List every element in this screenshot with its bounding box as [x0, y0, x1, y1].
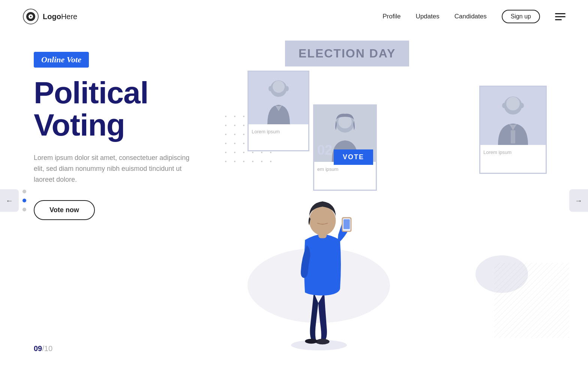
logo-text: LogoHere	[43, 12, 77, 21]
dot-3[interactable]	[22, 208, 26, 211]
svg-point-8	[268, 86, 272, 91]
svg-point-18	[315, 339, 329, 344]
hero-description: Lorem ipsum dolor sit amet, consectetuer…	[34, 152, 195, 185]
diagonal-pattern	[494, 263, 569, 338]
arrow-right-icon: →	[575, 196, 582, 205]
navbar: LogoHere Profile Updates Candidates Sign…	[0, 0, 588, 33]
election-day-text: ELECTION DAY	[298, 47, 396, 60]
svg-point-24	[309, 206, 336, 235]
svg-rect-16	[511, 130, 515, 143]
candidate-3-number: 03	[483, 124, 498, 140]
svg-point-14	[502, 103, 506, 108]
next-arrow[interactable]: →	[569, 189, 588, 212]
vote-now-button[interactable]: Vote now	[34, 200, 95, 220]
left-panel: Online Vote Political Voting Lorem ipsum…	[0, 33, 218, 368]
svg-point-13	[506, 97, 520, 110]
svg-point-15	[520, 103, 524, 108]
page-indicator: 09/10	[34, 344, 52, 353]
svg-rect-22	[344, 219, 350, 229]
signup-button[interactable]: Sign up	[502, 10, 540, 23]
svg-point-7	[273, 81, 285, 93]
candidate-card-3: 03 Lorem ipsum	[479, 86, 547, 174]
logo[interactable]: LogoHere	[22, 8, 77, 25]
nav-links: Profile Updates Candidates Sign up	[382, 10, 566, 23]
nav-updates[interactable]: Updates	[416, 13, 439, 20]
vote-overlay-button[interactable]: VOTE	[334, 149, 373, 165]
right-panel: ELECTION DAY 01	[218, 33, 588, 368]
candidate-2-number: 02	[317, 142, 332, 158]
person-figure	[270, 165, 375, 357]
main-content: ← Online Vote Political Voting Lorem ips…	[0, 33, 588, 368]
candidate-1-label: Lorem ipsum	[252, 129, 305, 134]
candidate-card-1: 01 Lorem ipsum	[248, 71, 309, 151]
hamburger-menu-icon[interactable]	[555, 13, 566, 20]
online-vote-badge: Online Vote	[34, 52, 89, 68]
svg-point-19	[305, 339, 318, 344]
candidate-1-number: 01	[252, 106, 267, 121]
hero-title: Political Voting	[34, 77, 218, 141]
slide-dots	[22, 190, 26, 211]
nav-profile[interactable]: Profile	[382, 13, 400, 20]
svg-point-9	[285, 86, 289, 91]
election-day-banner: ELECTION DAY	[285, 41, 409, 66]
candidate-3-label: Lorem ipsum	[483, 149, 543, 155]
candidate-3-avatar	[492, 90, 534, 145]
svg-point-3	[30, 16, 32, 17]
prev-arrow[interactable]: ←	[0, 189, 19, 212]
dot-2[interactable]	[22, 199, 26, 202]
dot-1[interactable]	[22, 190, 26, 193]
logo-icon	[22, 8, 39, 25]
arrow-left-icon: ←	[6, 196, 13, 205]
svg-rect-5	[494, 263, 569, 338]
nav-candidates[interactable]: Candidates	[454, 13, 487, 20]
